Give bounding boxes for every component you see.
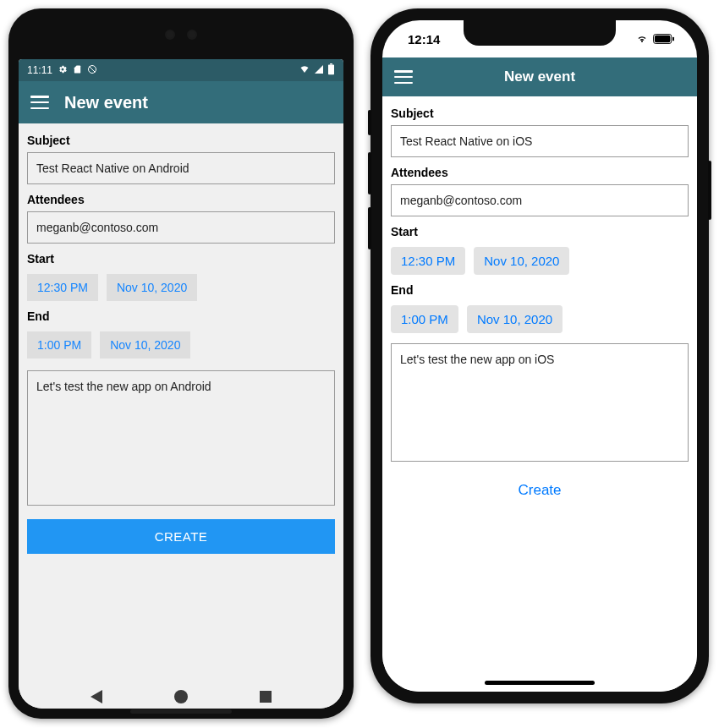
end-time-picker[interactable]: 1:00 PM	[391, 305, 458, 333]
android-status-bar: 11:11	[19, 59, 343, 81]
ios-notch	[464, 20, 616, 46]
home-icon[interactable]	[174, 690, 188, 703]
end-date-picker[interactable]: Nov 10, 2020	[467, 305, 563, 333]
ios-title-bar: New event	[382, 57, 697, 96]
sd-card-icon	[73, 64, 82, 77]
end-label: End	[27, 309, 335, 323]
ios-phone-frame: 12:14 New event Subject Test React Nativ…	[370, 8, 709, 703]
start-label: Start	[391, 225, 689, 238]
back-icon[interactable]	[91, 690, 102, 703]
attendees-label: Attendees	[391, 166, 689, 179]
android-nav-bar	[54, 690, 308, 703]
subject-label: Subject	[391, 107, 689, 120]
android-title-bar: New event	[19, 81, 343, 123]
ios-home-indicator	[485, 681, 595, 685]
svg-rect-5	[655, 35, 670, 41]
end-time-picker[interactable]: 1:00 PM	[27, 331, 91, 359]
android-screen: 11:11	[19, 59, 343, 709]
start-date-picker[interactable]: Nov 10, 2020	[107, 274, 197, 301]
do-not-disturb-icon	[87, 64, 97, 77]
gear-icon	[58, 64, 68, 77]
svg-rect-2	[328, 64, 334, 74]
create-button[interactable]: CREATE	[27, 519, 335, 554]
android-form: Subject Test React Native on Android Att…	[19, 123, 343, 709]
svg-rect-6	[672, 36, 674, 41]
wifi-icon	[299, 64, 310, 77]
android-phone-frame: 11:11	[8, 8, 354, 719]
end-date-picker[interactable]: Nov 10, 2020	[100, 331, 190, 359]
attendees-input[interactable]: meganb@contoso.com	[27, 211, 335, 244]
svg-line-1	[90, 66, 96, 72]
start-time-picker[interactable]: 12:30 PM	[391, 247, 465, 275]
battery-icon	[327, 63, 335, 78]
subject-input[interactable]: Test React Native on iOS	[391, 125, 689, 157]
page-title: New event	[504, 68, 575, 85]
android-gesture-bar	[130, 709, 232, 714]
page-title: New event	[64, 93, 148, 112]
attendees-input[interactable]: meganb@contoso.com	[391, 184, 689, 216]
status-time: 11:11	[27, 64, 52, 76]
android-speaker	[165, 30, 197, 40]
recents-icon[interactable]	[260, 691, 272, 703]
svg-rect-3	[330, 63, 332, 64]
start-date-picker[interactable]: Nov 10, 2020	[474, 247, 569, 275]
ios-form: Subject Test React Native on iOS Attende…	[382, 96, 697, 692]
notes-input[interactable]: Let's test the new app on Android	[27, 370, 335, 506]
subject-label: Subject	[27, 134, 335, 147]
status-time: 12:14	[408, 32, 440, 47]
wifi-icon	[635, 32, 649, 47]
notes-input[interactable]: Let's test the new app on iOS	[391, 343, 689, 462]
start-label: Start	[27, 252, 335, 265]
subject-input[interactable]: Test React Native on Android	[27, 152, 335, 184]
cellular-icon	[314, 64, 324, 77]
ios-screen: 12:14 New event Subject Test React Nativ…	[382, 20, 697, 692]
create-button[interactable]: Create	[391, 482, 689, 499]
end-label: End	[391, 283, 689, 297]
start-time-picker[interactable]: 12:30 PM	[27, 274, 98, 301]
attendees-label: Attendees	[27, 193, 335, 206]
menu-icon[interactable]	[394, 70, 413, 84]
menu-icon[interactable]	[30, 96, 49, 109]
battery-icon	[653, 32, 675, 47]
